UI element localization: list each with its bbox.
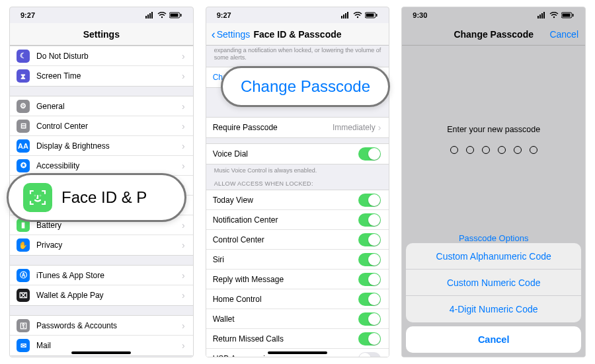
chevron-right-icon: › bbox=[182, 220, 185, 231]
passcode-dot bbox=[482, 146, 490, 154]
navbar: ‹ Settings Face ID & Passcode bbox=[206, 23, 389, 46]
svg-rect-0 bbox=[145, 16, 147, 18]
wifi-icon bbox=[549, 12, 559, 18]
row-wallet[interactable]: ⌧ Wallet & Apple Pay › bbox=[10, 285, 193, 305]
passcode-entry: Enter your new passcode Passcode Options… bbox=[402, 46, 585, 357]
toggle[interactable] bbox=[358, 194, 381, 207]
row-home-control[interactable]: Home Control bbox=[206, 289, 389, 309]
row-control-center[interactable]: ⊟ Control Center › bbox=[10, 116, 193, 136]
row-return-calls[interactable]: Return Missed Calls bbox=[206, 329, 389, 349]
toggle[interactable] bbox=[358, 293, 381, 306]
row-do-not-disturb[interactable]: ☾ Do Not Disturb › bbox=[10, 46, 193, 66]
toggle[interactable] bbox=[358, 233, 381, 246]
toggle[interactable] bbox=[358, 332, 381, 346]
row-passwords[interactable]: ⚿ Passwords & Accounts › bbox=[10, 316, 193, 336]
wallet-icon: ⌧ bbox=[17, 289, 30, 302]
chevron-right-icon: › bbox=[182, 270, 185, 281]
callout-faceid: Face ID & P bbox=[7, 173, 186, 222]
battery-icon bbox=[169, 12, 182, 18]
passcode-dot bbox=[498, 146, 506, 154]
row-notification-center[interactable]: Notification Center bbox=[206, 210, 389, 230]
status-bar: 9:30 bbox=[402, 7, 585, 23]
chevron-right-icon: › bbox=[182, 161, 185, 171]
chevron-right-icon: › bbox=[182, 121, 185, 131]
appstore-icon: Ⓐ bbox=[17, 269, 30, 282]
svg-rect-23 bbox=[573, 14, 574, 17]
svg-rect-14 bbox=[366, 14, 374, 17]
svg-rect-2 bbox=[149, 13, 151, 18]
callout-change-passcode: Change Passcode bbox=[221, 66, 390, 107]
sheet-cancel[interactable]: Cancel bbox=[406, 326, 581, 353]
cancel-button[interactable]: Cancel bbox=[549, 29, 578, 40]
row-reply-message[interactable]: Reply with Message bbox=[206, 270, 389, 289]
person-icon: ✪ bbox=[17, 159, 30, 172]
key-icon: ⚿ bbox=[17, 319, 30, 332]
svg-rect-16 bbox=[537, 16, 539, 18]
chevron-right-icon: › bbox=[378, 122, 381, 133]
svg-point-4 bbox=[161, 17, 162, 18]
status-time: 9:27 bbox=[217, 11, 231, 19]
toggle[interactable] bbox=[358, 312, 381, 326]
page-title: Face ID & Passcode bbox=[253, 29, 341, 40]
option-4digit[interactable]: 4-Digit Numeric Code bbox=[406, 296, 581, 322]
phone-faceid-passcode: 9:27 ‹ Settings Face ID & Passcode expan… bbox=[206, 7, 390, 357]
chevron-right-icon: › bbox=[182, 51, 185, 61]
row-privacy[interactable]: ✋ Privacy › bbox=[10, 235, 193, 255]
moon-icon: ☾ bbox=[17, 50, 30, 63]
navbar: Settings bbox=[10, 23, 193, 46]
passcode-dot bbox=[450, 146, 458, 154]
svg-rect-22 bbox=[563, 14, 571, 17]
toggle[interactable] bbox=[358, 213, 381, 227]
svg-rect-7 bbox=[180, 14, 182, 17]
option-alphanumeric[interactable]: Custom Alphanumeric Code bbox=[406, 243, 581, 270]
svg-rect-10 bbox=[345, 13, 346, 18]
toggle-voice-dial[interactable] bbox=[358, 147, 381, 161]
row-screen-time[interactable]: ⧗ Screen Time › bbox=[10, 66, 193, 86]
row-require-passcode[interactable]: Require Passcode Immediately › bbox=[206, 118, 389, 137]
signal-icon bbox=[537, 12, 547, 18]
toggle[interactable] bbox=[358, 273, 381, 286]
action-sheet: Custom Alphanumeric Code Custom Numeric … bbox=[406, 243, 581, 353]
chevron-right-icon: › bbox=[182, 340, 185, 351]
row-appstore[interactable]: Ⓐ iTunes & App Store › bbox=[10, 266, 193, 285]
faceid-icon bbox=[23, 183, 52, 212]
sheet-options: Custom Alphanumeric Code Custom Numeric … bbox=[406, 243, 581, 322]
toggle[interactable] bbox=[358, 253, 381, 266]
chevron-right-icon: › bbox=[182, 141, 185, 151]
mail-icon: ✉ bbox=[17, 339, 30, 352]
gear-icon: ⚙ bbox=[17, 100, 30, 113]
row-display[interactable]: AA Display & Brightness › bbox=[10, 136, 193, 156]
signal-icon bbox=[341, 12, 350, 18]
svg-rect-1 bbox=[147, 15, 149, 18]
home-indicator[interactable] bbox=[71, 351, 131, 354]
back-button[interactable]: ‹ Settings bbox=[212, 29, 251, 40]
status-time: 9:30 bbox=[413, 11, 427, 19]
wifi-icon bbox=[353, 12, 362, 18]
passcode-dots bbox=[450, 146, 537, 154]
row-control-center[interactable]: Control Center bbox=[206, 230, 389, 250]
passcode-prompt: Enter your new passcode bbox=[447, 125, 540, 134]
row-wallet[interactable]: Wallet bbox=[206, 309, 389, 329]
signal-icon bbox=[145, 12, 155, 18]
row-siri[interactable]: Siri bbox=[206, 250, 389, 270]
passcode-options-link[interactable]: Passcode Options bbox=[459, 233, 529, 243]
top-footnote: expanding a notification when locked, or… bbox=[206, 46, 389, 61]
voice-footnote: Music Voice Control is always enabled. bbox=[206, 164, 389, 174]
battery-icon bbox=[561, 12, 575, 18]
chevron-right-icon: › bbox=[182, 71, 185, 81]
option-custom-numeric[interactable]: Custom Numeric Code bbox=[406, 270, 581, 296]
phone-change-passcode: 9:30 Change Passcode Cancel Enter your n… bbox=[401, 7, 586, 357]
row-general[interactable]: ⚙ General › bbox=[10, 96, 193, 116]
allow-header: ALLOW ACCESS WHEN LOCKED: bbox=[206, 174, 389, 190]
home-indicator[interactable] bbox=[268, 351, 327, 354]
svg-rect-11 bbox=[347, 12, 348, 18]
passcode-dot bbox=[466, 146, 474, 154]
chevron-right-icon: › bbox=[182, 101, 185, 112]
row-voice-dial[interactable]: Voice Dial bbox=[206, 144, 389, 164]
toggle[interactable] bbox=[358, 352, 381, 357]
svg-rect-6 bbox=[170, 14, 178, 17]
row-today-view[interactable]: Today View bbox=[206, 190, 389, 210]
passcode-dot bbox=[514, 146, 522, 154]
svg-rect-9 bbox=[343, 15, 344, 18]
navbar: Change Passcode Cancel bbox=[402, 23, 585, 46]
